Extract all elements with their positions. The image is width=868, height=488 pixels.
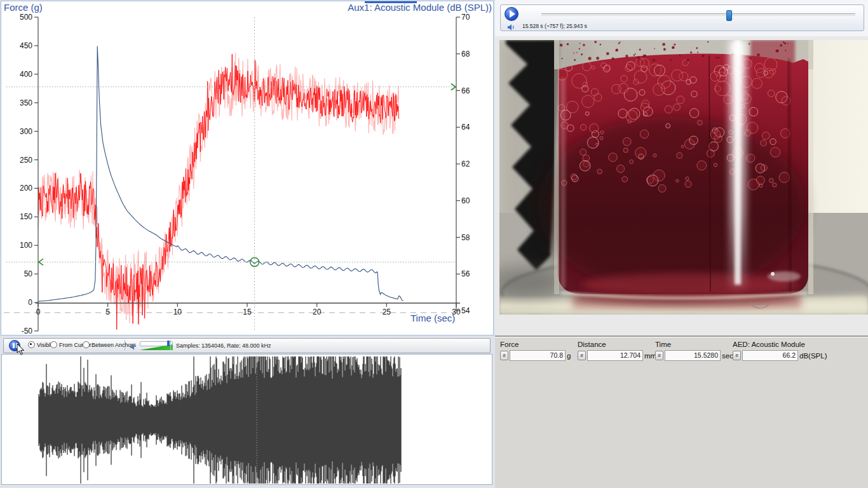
svg-text:50: 50 xyxy=(24,269,33,278)
readout-distance: Distance # 12.704 mm xyxy=(578,341,656,361)
axes: 500450400350300250200150100500-507068666… xyxy=(20,13,470,335)
readout-time-unit: sec xyxy=(722,352,733,360)
svg-text:56: 56 xyxy=(461,269,470,278)
beaker-scene xyxy=(499,40,868,315)
speaker-icon xyxy=(130,342,139,353)
svg-text:64: 64 xyxy=(461,123,470,132)
app-window: 500450400350300250200150100500-507068666… xyxy=(0,0,868,488)
mouse-cursor xyxy=(17,343,25,358)
svg-text:400: 400 xyxy=(20,70,32,79)
svg-text:-50: -50 xyxy=(22,327,33,335)
svg-text:68: 68 xyxy=(461,50,470,58)
readout-time-value: 15.5280 xyxy=(665,350,721,361)
readout-acoustic-unit: dB(SPL) xyxy=(799,352,827,360)
svg-text:58: 58 xyxy=(461,233,470,242)
chart-cursor xyxy=(6,17,456,331)
radio-dot-icon xyxy=(50,341,57,348)
svg-text:0: 0 xyxy=(28,298,32,307)
readout-acoustic-value: 66.2 xyxy=(742,350,798,361)
speaker-icon xyxy=(507,22,516,34)
volume-thumb[interactable] xyxy=(167,341,170,346)
waveform-view[interactable] xyxy=(1,354,492,485)
readout-time-label: Time xyxy=(655,341,733,348)
video-seek-bar[interactable] xyxy=(541,13,855,17)
video-player-panel: 15.528 s (~757 f); 25.943 s xyxy=(495,0,868,336)
readout-time-format-button[interactable]: # xyxy=(655,351,663,360)
play-button[interactable] xyxy=(505,7,519,21)
svg-text:250: 250 xyxy=(20,156,32,165)
svg-text:20: 20 xyxy=(313,308,322,316)
radio-dot-icon xyxy=(83,341,90,348)
chart-top-accent-bar xyxy=(365,1,417,3)
readout-force-value: 70.8 xyxy=(510,350,566,361)
samples-rate-status: Samples: 1354046, Rate: 48.000 kHz xyxy=(176,342,271,349)
readout-time: Time # 15.5280 sec xyxy=(655,341,733,361)
readout-acoustic-label: AED: Acoustic Module xyxy=(733,341,827,348)
toolbar-separator xyxy=(125,340,125,350)
video-time-status: 15.528 s (~757 f); 25.943 s xyxy=(522,23,587,29)
right-axis-title: Aux1: Acoustic Module (dB (SPL)) xyxy=(348,2,492,13)
svg-text:70: 70 xyxy=(461,13,470,22)
svg-text:54: 54 xyxy=(461,306,470,315)
readout-force-unit: g xyxy=(567,352,571,360)
force-acoustic-chart-panel: 500450400350300250200150100500-507068666… xyxy=(1,1,494,336)
video-frame[interactable] xyxy=(499,40,868,315)
svg-text:500: 500 xyxy=(20,13,32,22)
audio-toolbar: Visible From Cursor Between Anchors Samp… xyxy=(3,338,491,353)
radio-between-anchors[interactable]: Between Anchors xyxy=(83,341,136,348)
svg-text:0: 0 xyxy=(36,308,41,316)
video-toolbar: 15.528 s (~757 f); 25.943 s xyxy=(500,4,864,31)
readout-acoustic: AED: Acoustic Module # 66.2 dB(SPL) xyxy=(733,341,827,361)
video-image-beaker xyxy=(499,40,868,315)
svg-text:10: 10 xyxy=(173,308,182,316)
readout-distance-label: Distance xyxy=(578,341,656,348)
play-icon xyxy=(510,10,515,18)
readout-acoustic-format-button[interactable]: # xyxy=(733,351,741,360)
audio-waveform xyxy=(39,356,401,484)
live-readouts-panel: Force # 70.8 g Distance # 12.704 mm Time… xyxy=(495,336,868,488)
readout-force-format-button[interactable]: # xyxy=(500,351,508,360)
toolbar-separator xyxy=(170,340,171,350)
svg-text:66: 66 xyxy=(461,86,470,95)
svg-text:15: 15 xyxy=(243,308,252,316)
radio-dot-icon xyxy=(28,341,35,348)
readout-distance-format-button[interactable]: # xyxy=(578,351,586,360)
video-seek-thumb[interactable] xyxy=(726,10,732,21)
readout-force: Force # 70.8 g xyxy=(500,341,571,361)
volume-slider[interactable] xyxy=(140,341,173,351)
readout-force-label: Force xyxy=(500,341,571,348)
svg-text:62: 62 xyxy=(461,159,470,168)
svg-text:300: 300 xyxy=(20,127,32,136)
left-axis-title: Force (g) xyxy=(4,2,43,13)
svg-text:100: 100 xyxy=(20,241,32,250)
svg-text:200: 200 xyxy=(20,184,32,193)
svg-text:60: 60 xyxy=(461,196,470,205)
svg-text:25: 25 xyxy=(383,308,391,316)
pause-icon xyxy=(13,343,15,348)
svg-text:150: 150 xyxy=(20,212,32,221)
readout-distance-value: 12.704 xyxy=(587,350,643,361)
svg-text:450: 450 xyxy=(20,41,32,50)
chart-plot: 500450400350300250200150100500-507068666… xyxy=(1,1,493,335)
waveform-plot xyxy=(2,355,492,484)
audio-waveform-panel: Visible From Cursor Between Anchors Samp… xyxy=(0,336,494,488)
x-axis-title: Time (sec) xyxy=(410,313,455,323)
svg-text:5: 5 xyxy=(105,308,110,316)
acoustic-trace xyxy=(38,53,399,330)
svg-text:350: 350 xyxy=(20,98,32,107)
